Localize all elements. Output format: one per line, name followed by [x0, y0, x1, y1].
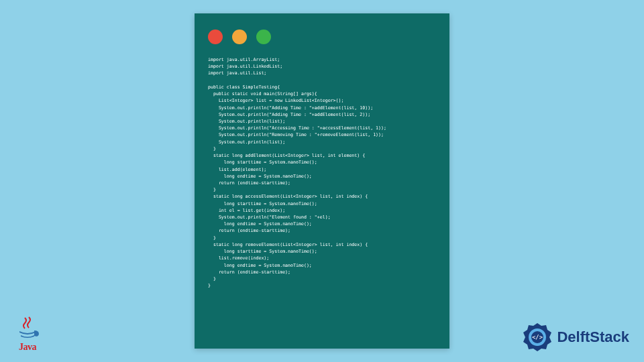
svg-text:</>: </> [532, 334, 543, 341]
delftstack-medal-icon: </> [522, 322, 553, 353]
maximize-icon [256, 29, 271, 44]
java-cup-icon [15, 316, 40, 339]
window-controls [195, 13, 449, 51]
code-content: import java.util.ArrayList; import java.… [195, 51, 449, 302]
java-logo: Java [13, 316, 42, 353]
minimize-icon [232, 29, 247, 44]
code-window: import java.util.ArrayList; import java.… [195, 13, 449, 349]
delftstack-logo: </> DelftStack [522, 322, 629, 353]
java-logo-text: Java [13, 342, 42, 353]
close-icon [208, 29, 223, 44]
delftstack-logo-text: DelftStack [557, 328, 629, 346]
